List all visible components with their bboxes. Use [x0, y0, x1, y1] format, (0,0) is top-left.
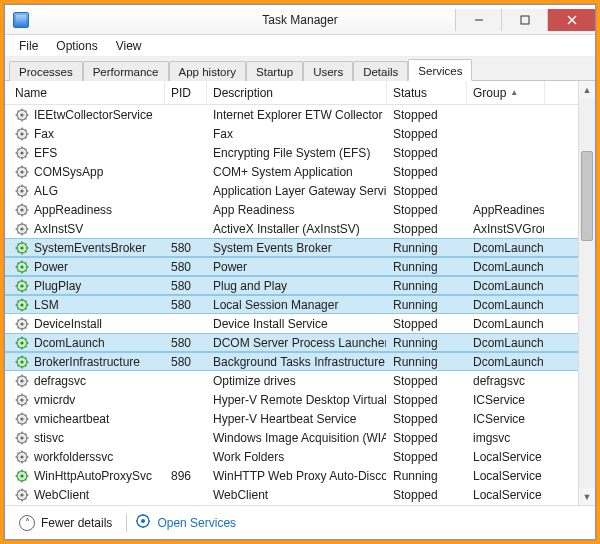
service-name: ALG — [34, 184, 58, 198]
titlebar[interactable]: Task Manager — [5, 5, 595, 35]
service-row[interactable]: defragsvcOptimize drivesStoppeddefragsvc — [5, 371, 578, 390]
gear-icon — [15, 469, 29, 483]
service-row[interactable]: WebClientWebClientStoppedLocalService — [5, 485, 578, 504]
service-group: AxInstSVGroup — [467, 219, 545, 238]
gear-icon — [15, 146, 29, 160]
menu-view[interactable]: View — [108, 37, 150, 55]
service-description: Power — [207, 258, 387, 275]
service-pid: 580 — [165, 353, 207, 370]
service-row[interactable]: FaxFaxStopped — [5, 124, 578, 143]
app-icon — [13, 12, 29, 28]
tab-processes[interactable]: Processes — [9, 61, 83, 81]
service-row[interactable]: EFSEncrypting File System (EFS)Stopped — [5, 143, 578, 162]
service-row[interactable]: vmicrdvHyper-V Remote Desktop Virtual...… — [5, 390, 578, 409]
service-name: DeviceInstall — [34, 317, 102, 331]
service-name: WebClient — [34, 488, 89, 502]
service-pid: 580 — [165, 258, 207, 275]
service-row[interactable]: stisvcWindows Image Acquisition (WIA)Sto… — [5, 428, 578, 447]
service-pid: 580 — [165, 296, 207, 313]
service-group: LocalService — [467, 485, 545, 504]
service-name: Power — [34, 260, 68, 274]
service-group: DcomLaunch — [467, 334, 545, 351]
svg-point-55 — [20, 208, 23, 211]
service-description: Plug and Play — [207, 277, 387, 294]
service-name: BrokerInfrastructure — [34, 355, 140, 369]
fewer-details-label: Fewer details — [41, 516, 112, 530]
service-name: LSM — [34, 298, 59, 312]
svg-point-65 — [20, 227, 23, 230]
service-row[interactable]: PlugPlay580Plug and PlayRunningDcomLaunc… — [5, 276, 578, 295]
open-services-link[interactable]: Open Services — [135, 513, 236, 532]
service-description: WebClient — [207, 485, 387, 504]
gear-icon — [15, 279, 29, 293]
service-name: SystemEventsBroker — [34, 241, 146, 255]
service-description: Optimize drives — [207, 371, 387, 390]
svg-point-155 — [20, 398, 23, 401]
tab-details[interactable]: Details — [353, 61, 408, 81]
service-description: Hyper-V Remote Desktop Virtual... — [207, 390, 387, 409]
gear-icon — [15, 431, 29, 445]
col-header-name[interactable]: Name — [9, 81, 165, 104]
menubar: File Options View — [5, 35, 595, 57]
service-group: ICService — [467, 409, 545, 428]
service-row[interactable]: vmicheartbeatHyper-V Heartbeat ServiceSt… — [5, 409, 578, 428]
service-row[interactable]: workfolderssvcWork FoldersStoppedLocalSe… — [5, 447, 578, 466]
scroll-thumb[interactable] — [581, 151, 593, 241]
service-description: Background Tasks Infrastructure ... — [207, 353, 387, 370]
service-status: Stopped — [387, 124, 467, 143]
service-row[interactable]: DeviceInstallDevice Install ServiceStopp… — [5, 314, 578, 333]
service-row[interactable]: COMSysAppCOM+ System ApplicationStopped — [5, 162, 578, 181]
service-row[interactable]: BrokerInfrastructure580Background Tasks … — [5, 352, 578, 371]
service-pid — [165, 219, 207, 238]
service-row[interactable]: ALGApplication Layer Gateway ServiceStop… — [5, 181, 578, 200]
gear-icon — [15, 450, 29, 464]
col-header-description[interactable]: Description — [207, 81, 387, 104]
tab-services[interactable]: Services — [408, 59, 472, 81]
menu-file[interactable]: File — [11, 37, 46, 55]
services-icon — [135, 513, 151, 532]
svg-point-145 — [20, 379, 23, 382]
service-name: vmicheartbeat — [34, 412, 109, 426]
service-description: ActiveX Installer (AxInstSV) — [207, 219, 387, 238]
service-pid — [165, 371, 207, 390]
service-row[interactable]: WinHttpAutoProxySvc896WinHTTP Web Proxy … — [5, 466, 578, 485]
gear-icon — [15, 127, 29, 141]
close-button[interactable] — [547, 9, 595, 31]
svg-point-95 — [20, 284, 23, 287]
scroll-up-icon[interactable]: ▲ — [579, 81, 595, 98]
col-header-group[interactable]: Group ▲ — [467, 81, 545, 104]
scroll-down-icon[interactable]: ▼ — [579, 488, 595, 505]
tab-startup[interactable]: Startup — [246, 61, 303, 81]
maximize-button[interactable] — [501, 9, 547, 31]
service-pid: 896 — [165, 466, 207, 485]
service-row[interactable]: SystemEventsBroker580System Events Broke… — [5, 238, 578, 257]
service-pid — [165, 447, 207, 466]
fewer-details-button[interactable]: ˄ Fewer details — [13, 513, 118, 533]
vertical-scrollbar[interactable]: ▲ ▼ — [578, 81, 595, 505]
service-name: workfolderssvc — [34, 450, 113, 464]
tab-users[interactable]: Users — [303, 61, 353, 81]
service-row[interactable]: AxInstSVActiveX Installer (AxInstSV)Stop… — [5, 219, 578, 238]
tab-app-history[interactable]: App history — [169, 61, 247, 81]
open-services-label: Open Services — [157, 516, 236, 530]
service-row[interactable]: LSM580Local Session ManagerRunningDcomLa… — [5, 295, 578, 314]
col-header-pid[interactable]: PID — [165, 81, 207, 104]
service-name: Fax — [34, 127, 54, 141]
service-description: App Readiness — [207, 200, 387, 219]
minimize-button[interactable] — [455, 9, 501, 31]
svg-point-5 — [20, 113, 23, 116]
tab-performance[interactable]: Performance — [83, 61, 169, 81]
gear-icon — [15, 222, 29, 236]
service-name: IEEtwCollectorService — [34, 108, 153, 122]
sort-asc-icon: ▲ — [510, 88, 518, 97]
menu-options[interactable]: Options — [48, 37, 105, 55]
service-row[interactable]: Power580PowerRunningDcomLaunch — [5, 257, 578, 276]
service-row[interactable]: IEEtwCollectorServiceInternet Explorer E… — [5, 105, 578, 124]
svg-point-15 — [20, 132, 23, 135]
service-status: Stopped — [387, 219, 467, 238]
service-pid — [165, 143, 207, 162]
col-header-status[interactable]: Status — [387, 81, 467, 104]
service-row[interactable]: AppReadinessApp ReadinessStoppedAppReadi… — [5, 200, 578, 219]
gear-icon — [15, 298, 29, 312]
service-row[interactable]: DcomLaunch580DCOM Server Process Launche… — [5, 333, 578, 352]
